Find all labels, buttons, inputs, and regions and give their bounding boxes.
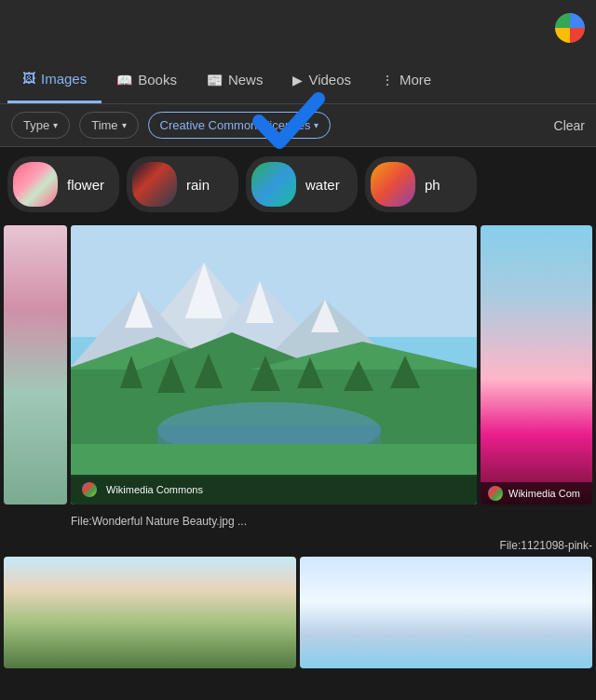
chip-rain-thumb <box>132 162 177 207</box>
right-image-source: Wikimedia Com <box>508 488 580 499</box>
videos-icon: ▶ <box>292 73 303 88</box>
nav-tabs: 🖼 Images 📖 Books 📰 News ▶ Videos ⋮ More <box>0 56 596 104</box>
image-main[interactable]: Wikimedia Commons <box>71 225 477 505</box>
tab-videos[interactable]: ▶ Videos <box>278 56 366 103</box>
cc-filter-button[interactable]: Creative Commons licenses ▾ <box>148 112 332 139</box>
chips-row: flower rain water ph <box>0 147 596 222</box>
clear-filter-label: Clear <box>554 118 585 133</box>
chip-flower-label: flower <box>67 177 104 193</box>
bottom-image-right[interactable] <box>300 557 592 668</box>
news-icon: 📰 <box>207 73 223 88</box>
chip-water-thumb <box>251 162 296 207</box>
main-image-filename-area: File:Wonderful Nature Beauty.jpg ... <box>0 508 596 536</box>
top-bar <box>0 0 596 56</box>
google-icon[interactable] <box>555 13 585 43</box>
main-image-source: Wikimedia Commons <box>106 484 203 495</box>
cc-dropdown-arrow: ▾ <box>314 120 318 130</box>
time-dropdown-arrow: ▾ <box>122 120 127 130</box>
chip-flower-thumb <box>13 162 58 207</box>
clear-filter-button[interactable]: Clear <box>554 118 585 133</box>
tab-more[interactable]: ⋮ More <box>366 56 446 103</box>
main-image-source-icon <box>82 482 97 497</box>
bottom-row <box>0 557 596 672</box>
bottom-image-left[interactable] <box>4 557 296 668</box>
chip-rain[interactable]: rain <box>127 156 238 212</box>
chip-ph-label: ph <box>425 177 440 193</box>
chip-rain-label: rain <box>186 177 210 193</box>
books-icon: 📖 <box>116 73 132 88</box>
chip-ph-thumb <box>371 162 415 207</box>
type-filter-button[interactable]: Type ▾ <box>11 112 70 139</box>
main-image-filename: File:Wonderful Nature Beauty.jpg ... <box>71 515 247 528</box>
more-icon: ⋮ <box>381 73 394 88</box>
tab-books[interactable]: 📖 Books <box>102 56 192 103</box>
chip-water[interactable]: water <box>246 156 358 212</box>
image-grid: Wikimedia Commons Wikimedia Com <box>0 222 596 508</box>
chip-ph[interactable]: ph <box>365 156 477 212</box>
chip-water-label: water <box>305 177 340 193</box>
time-filter-label: Time <box>91 118 117 132</box>
tab-books-label: Books <box>138 72 177 88</box>
chip-flower[interactable]: flower <box>7 156 119 212</box>
tab-videos-label: Videos <box>308 72 351 88</box>
right-image-filename-area: File:1121098-pink- <box>0 536 596 557</box>
image-right[interactable]: Wikimedia Com <box>481 225 592 505</box>
filter-bar: Type ▾ Time ▾ Creative Commons licenses … <box>0 104 596 147</box>
main-image-label-bar: Wikimedia Commons <box>71 475 477 505</box>
images-icon: 🖼 <box>22 71 35 86</box>
tab-news-label: News <box>228 72 264 88</box>
right-image-label-bar: Wikimedia Com <box>481 482 592 505</box>
right-image-source-icon <box>488 486 503 501</box>
type-filter-label: Type <box>23 118 49 132</box>
time-filter-button[interactable]: Time ▾ <box>79 112 138 139</box>
tab-images[interactable]: 🖼 Images <box>7 56 102 103</box>
right-image-filename: File:1121098-pink- <box>500 539 592 552</box>
tab-images-label: Images <box>41 71 87 87</box>
image-left[interactable] <box>4 225 67 505</box>
type-dropdown-arrow: ▾ <box>53 120 58 130</box>
mountain-scene <box>71 225 477 505</box>
tab-more-label: More <box>400 72 431 88</box>
cc-filter-label: Creative Commons licenses <box>160 118 311 132</box>
tab-news[interactable]: 📰 News <box>192 56 278 103</box>
